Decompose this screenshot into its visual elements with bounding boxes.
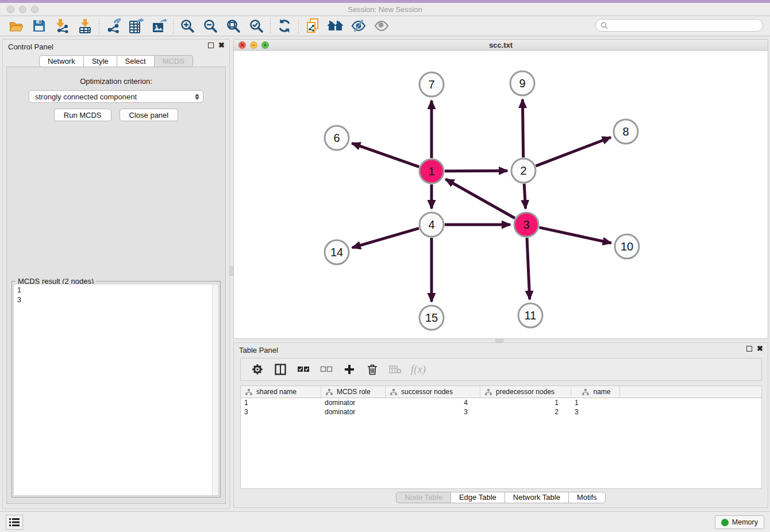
tab-motifs[interactable]: Motifs [569,492,606,503]
table-row[interactable]: 1dominator411 [241,398,761,407]
search-input[interactable] [611,21,758,29]
export-image-icon[interactable] [148,17,171,34]
edge-3-1[interactable] [445,179,515,218]
show-column-panel-icon[interactable] [271,360,290,379]
edge-1-6[interactable] [352,143,419,167]
open-session-icon[interactable] [5,17,28,34]
float-panel-icon[interactable] [208,43,214,48]
run-mcds-button[interactable]: Run MCDS [54,109,111,121]
graph-node-9[interactable]: 9 [510,71,534,95]
tab-select[interactable]: Select [117,55,155,67]
network-window-titlebar[interactable]: ✕ − + scc.txt [234,40,768,51]
tab-network-table[interactable]: Network Table [505,492,569,503]
node-label: 10 [621,240,633,253]
first-neighbors-icon[interactable] [324,17,347,34]
column-header-shared-name[interactable]: shared name [241,386,321,398]
column-label: name [593,388,610,396]
table-settings-gear-icon[interactable] [248,360,267,379]
column-header-name[interactable]: name [571,386,620,398]
function-builder-icon[interactable]: f(x) [409,360,428,379]
graph-node-7[interactable]: 7 [419,72,444,97]
search-icon [600,22,608,29]
select-all-columns-icon[interactable] [294,360,313,379]
column-header-predecessor-nodes[interactable]: predecessor nodes [480,386,571,398]
delete-table-icon[interactable] [386,360,405,379]
zoom-out-icon[interactable] [199,17,222,34]
tab-node-table[interactable]: Node Table [396,492,451,503]
tab-mcds[interactable]: MCDS [155,55,193,67]
node-label: 11 [525,309,537,322]
task-history-list-icon[interactable] [6,515,23,530]
graph-node-15[interactable]: 15 [419,306,444,330]
apply-layout-icon[interactable] [273,17,296,34]
graph-node-6[interactable]: 6 [325,126,349,150]
graph-node-14[interactable]: 14 [325,240,349,264]
export-table-icon[interactable] [125,17,148,34]
close-panel-button[interactable]: Close panel [120,109,179,121]
edge-2-3[interactable] [524,184,525,209]
import-table-icon[interactable] [74,17,97,34]
node-label: 3 [523,218,529,231]
graph-node-4[interactable]: 4 [419,213,444,237]
table-panel-header: Table Panel ✖ [234,343,768,357]
create-column-plus-icon[interactable] [340,360,359,379]
memory-button[interactable]: Memory [715,515,764,529]
export-network-icon[interactable] [102,17,125,34]
column-label: MCDS role [337,388,371,396]
float-table-panel-icon[interactable] [746,346,752,352]
criterion-select[interactable]: strongly connected component [29,90,203,103]
column-label: shared name [256,388,297,396]
zoom-in-icon[interactable] [176,17,199,34]
graph-node-10[interactable]: 10 [615,234,639,259]
new-network-from-selection-icon[interactable] [301,17,324,34]
edge-1-2[interactable] [445,171,507,171]
control-panel-title: Control Panel [8,43,53,51]
column-header-MCDS-role[interactable]: MCDS role [321,386,386,398]
delete-column-trash-icon[interactable] [363,360,382,379]
show-all-icon[interactable] [370,17,393,34]
node-label: 8 [622,125,629,138]
node-table[interactable]: shared nameMCDS rolesuccessor nodesprede… [240,385,762,489]
edge-2-9[interactable] [522,99,523,157]
close-table-panel-icon[interactable]: ✖ [757,346,763,352]
table-cell: 2 [480,408,571,416]
column-type-icon [245,389,252,395]
tab-edge-table[interactable]: Edge Table [451,492,505,503]
unselect-all-columns-icon[interactable] [317,360,336,379]
close-panel-icon[interactable]: ✖ [218,43,225,48]
mcds-result-values: 1 3 [14,284,218,306]
graph-node-1[interactable]: 1 [419,159,444,183]
column-header-successor-nodes[interactable]: successor nodes [386,386,480,398]
zoom-fit-icon[interactable] [222,17,245,34]
mcds-result-textarea[interactable]: 1 3 [13,284,219,496]
node-label: 15 [425,311,438,324]
edge-3-11[interactable] [527,238,530,299]
horizontal-splitter-handle[interactable] [495,338,503,342]
search-box[interactable] [595,19,763,32]
main-toolbar [0,16,770,36]
graph-node-2[interactable]: 2 [511,159,536,183]
import-network-icon[interactable] [51,17,74,34]
toolbar-separator [270,18,271,33]
save-session-icon[interactable] [28,17,51,34]
tab-style[interactable]: Style [84,55,117,67]
column-type-icon [485,389,492,395]
network-canvas[interactable]: 7968124314101511 [234,51,768,338]
network-view-window: ✕ − + scc.txt 7968124314101511 [233,39,768,339]
edge-2-8[interactable] [536,137,610,166]
table-cell: dominator [321,399,386,407]
hide-selected-icon[interactable] [347,17,370,34]
application-window: Session: New Session Control Panel ✖ Net… [0,0,770,532]
table-panel: Table Panel ✖ [233,342,768,508]
graph-node-3[interactable]: 3 [514,213,538,237]
graph-node-8[interactable]: 8 [614,119,638,144]
zoom-selected-icon[interactable] [245,17,268,34]
result-scrollbar[interactable] [212,284,218,495]
edge-4-14[interactable] [352,228,419,248]
table-row[interactable]: 3dominator323 [241,407,761,417]
tab-network[interactable]: Network [39,55,84,67]
edge-3-10[interactable] [539,228,611,243]
fx-label: f(x) [411,363,426,376]
select-arrows-icon [195,94,199,100]
graph-node-11[interactable]: 11 [518,303,542,327]
